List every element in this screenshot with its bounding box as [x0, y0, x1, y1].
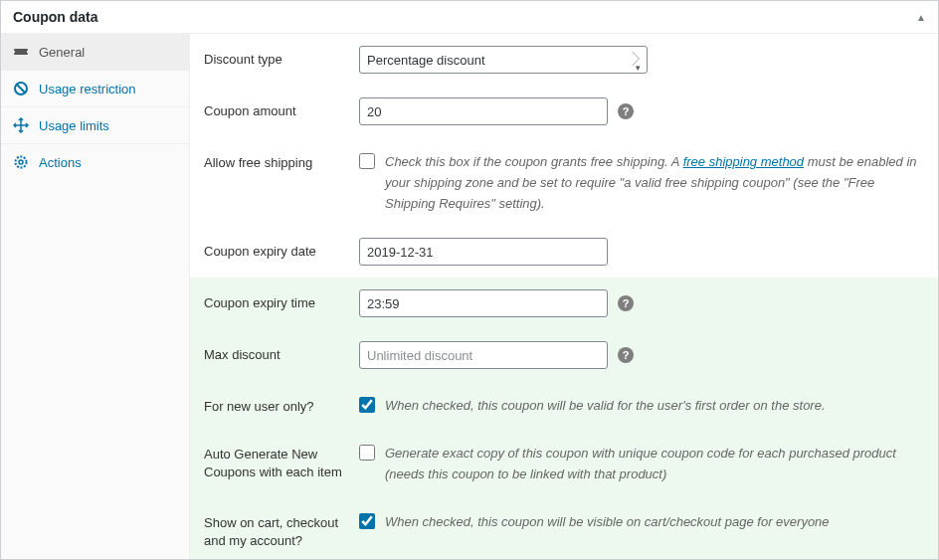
free-shipping-checkbox[interactable] [359, 153, 375, 169]
svg-point-8 [19, 160, 23, 164]
new-user-description: When checked, this coupon will be valid … [385, 393, 924, 417]
label-new-user-only: For new user only? [204, 393, 349, 416]
expiry-time-input[interactable] [359, 289, 608, 317]
tab-general[interactable]: General [1, 34, 189, 71]
panel-header: Coupon data ▲ [1, 1, 938, 34]
tab-label: General [39, 45, 85, 60]
field-expiry-date: Coupon expiry date [190, 226, 938, 278]
label-expiry-time: Coupon expiry time [204, 289, 349, 312]
panel-title: Coupon data [13, 9, 98, 25]
label-auto-generate: Auto Generate New Coupons with each item [204, 441, 349, 481]
max-discount-input[interactable] [359, 341, 608, 369]
coupon-data-panel: Coupon data ▲ General Usage restriction [0, 0, 939, 560]
discount-type-select[interactable]: Percentage discount [359, 46, 648, 74]
collapse-icon[interactable]: ▲ [916, 12, 926, 23]
tab-label: Usage limits [39, 118, 109, 133]
free-shipping-method-link[interactable]: free shipping method [683, 154, 804, 169]
tabs-sidebar: General Usage restriction Usage limits A… [1, 34, 190, 559]
tab-label: Usage restriction [39, 82, 136, 96]
field-new-user-only: For new user only? When checked, this co… [190, 381, 938, 429]
field-discount-type: Discount type Percentage discount ▾ [190, 34, 938, 86]
field-auto-generate: Auto Generate New Coupons with each item… [190, 429, 938, 497]
help-icon[interactable]: ? [618, 103, 634, 119]
label-discount-type: Discount type [204, 46, 349, 69]
label-show-on-cart: Show on cart, checkout and my account? [204, 509, 349, 550]
svg-point-7 [16, 157, 27, 168]
tab-label: Actions [39, 155, 82, 170]
ban-icon [13, 81, 29, 96]
gear-icon [13, 154, 29, 170]
panel-body: General Usage restriction Usage limits A… [1, 34, 938, 559]
label-coupon-amount: Coupon amount [204, 97, 349, 120]
help-icon[interactable]: ? [618, 347, 634, 363]
field-show-on-cart: Show on cart, checkout and my account? W… [190, 497, 938, 559]
help-icon[interactable]: ? [618, 295, 634, 311]
free-shipping-description: Check this box if the coupon grants free… [385, 149, 924, 214]
move-icon [13, 117, 29, 133]
ticket-icon [13, 44, 29, 60]
tab-usage-limits[interactable]: Usage limits [1, 107, 189, 144]
tab-usage-restriction[interactable]: Usage restriction [1, 71, 189, 107]
main-content: Discount type Percentage discount ▾ Coup… [190, 34, 938, 559]
field-max-discount: Max discount ? [190, 329, 938, 381]
svg-rect-0 [14, 49, 28, 55]
auto-generate-description: Generate exact copy of this coupon with … [385, 441, 924, 485]
field-coupon-amount: Coupon amount ? [190, 86, 938, 137]
new-user-checkbox[interactable] [359, 397, 375, 413]
show-on-cart-checkbox[interactable] [359, 513, 375, 529]
label-expiry-date: Coupon expiry date [204, 238, 349, 261]
svg-line-4 [17, 85, 25, 93]
show-on-cart-description: When checked, this coupon will be visibl… [385, 509, 924, 533]
coupon-amount-input[interactable] [359, 97, 608, 125]
tab-actions[interactable]: Actions [1, 144, 189, 180]
label-free-shipping: Allow free shipping [204, 149, 349, 172]
field-free-shipping: Allow free shipping Check this box if th… [190, 137, 938, 226]
label-max-discount: Max discount [204, 341, 349, 364]
auto-generate-checkbox[interactable] [359, 445, 375, 461]
expiry-date-input[interactable] [359, 238, 608, 266]
field-expiry-time: Coupon expiry time ? [190, 278, 938, 329]
